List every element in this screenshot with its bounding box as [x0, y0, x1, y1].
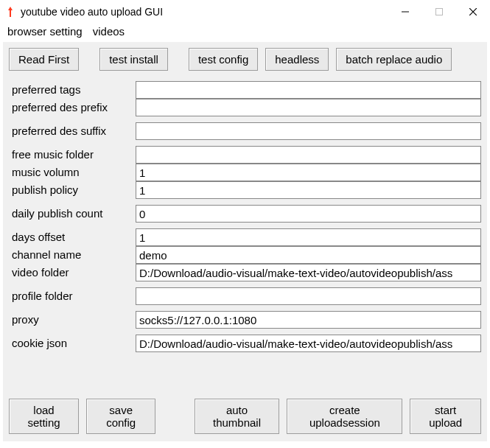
top-button-row: Read First test install test config head…: [9, 48, 481, 71]
row-profile-folder: profile folder: [9, 287, 481, 305]
input-music-volumn[interactable]: [136, 164, 481, 181]
row-preferred-tags: preferred tags: [9, 81, 481, 99]
window-title: youtube video auto upload GUI: [21, 6, 163, 18]
input-preferred-des-suffix[interactable]: [136, 122, 481, 140]
app-icon: [4, 6, 16, 18]
label-days-offset: days offset: [9, 229, 136, 245]
input-cookie-json[interactable]: [136, 335, 481, 352]
row-publish-policy: publish policy: [9, 181, 481, 199]
label-music-volumn: music volumn: [9, 164, 136, 181]
test-config-button[interactable]: test config: [189, 48, 258, 71]
create-uploadsession-button[interactable]: create uploadsession: [287, 399, 402, 434]
save-config-button[interactable]: save config: [86, 399, 155, 434]
label-free-music-folder: free music folder: [9, 147, 136, 163]
auto-thumbnail-button[interactable]: auto thumbnail: [195, 399, 280, 434]
row-preferred-des-prefix: preferred des prefix: [9, 99, 481, 116]
input-channel-name[interactable]: [136, 246, 481, 264]
input-daily-publish-count[interactable]: [136, 205, 481, 223]
row-channel-name: channel name: [9, 246, 481, 264]
minimize-button[interactable]: [388, 0, 422, 24]
input-preferred-des-prefix[interactable]: [136, 99, 481, 116]
label-preferred-des-suffix: preferred des suffix: [9, 123, 136, 139]
load-setting-button[interactable]: load setting: [9, 399, 79, 434]
row-music-volumn: music volumn: [9, 164, 481, 181]
row-cookie-json: cookie json: [9, 335, 481, 352]
input-publish-policy[interactable]: [136, 181, 481, 199]
label-video-folder: video folder: [9, 265, 136, 281]
row-proxy: proxy: [9, 311, 481, 329]
label-daily-publish-count: daily publish count: [9, 206, 136, 222]
row-preferred-des-suffix: preferred des suffix: [9, 122, 481, 140]
input-proxy[interactable]: [136, 311, 481, 329]
label-publish-policy: publish policy: [9, 182, 136, 198]
menubar: browser setting videos: [0, 24, 490, 42]
svg-rect-0: [436, 9, 443, 15]
headless-button[interactable]: headless: [265, 48, 329, 71]
row-video-folder: video folder: [9, 264, 481, 281]
row-daily-publish-count: daily publish count: [9, 205, 481, 223]
read-first-button[interactable]: Read First: [9, 48, 79, 71]
label-channel-name: channel name: [9, 247, 136, 263]
bottom-button-row: load setting save config auto thumbnail …: [9, 399, 481, 434]
menu-browser-setting[interactable]: browser setting: [7, 25, 83, 38]
close-button[interactable]: [456, 0, 490, 24]
input-days-offset[interactable]: [136, 228, 481, 246]
titlebar: youtube video auto upload GUI: [0, 0, 490, 24]
batch-replace-audio-button[interactable]: batch replace audio: [336, 48, 452, 71]
label-cookie-json: cookie json: [9, 335, 136, 351]
input-preferred-tags[interactable]: [136, 81, 481, 99]
main-panel: Read First test install test config head…: [3, 42, 487, 441]
label-proxy: proxy: [9, 312, 136, 328]
label-preferred-tags: preferred tags: [9, 82, 136, 98]
input-free-music-folder[interactable]: [136, 146, 481, 164]
row-days-offset: days offset: [9, 228, 481, 246]
label-preferred-des-prefix: preferred des prefix: [9, 99, 136, 116]
test-install-button[interactable]: test install: [99, 48, 168, 71]
menu-videos[interactable]: videos: [93, 25, 125, 38]
input-video-folder[interactable]: [136, 264, 481, 281]
input-profile-folder[interactable]: [136, 287, 481, 305]
maximize-button[interactable]: [422, 0, 456, 24]
start-upload-button[interactable]: start upload: [410, 399, 481, 434]
row-free-music-folder: free music folder: [9, 146, 481, 164]
label-profile-folder: profile folder: [9, 288, 136, 304]
